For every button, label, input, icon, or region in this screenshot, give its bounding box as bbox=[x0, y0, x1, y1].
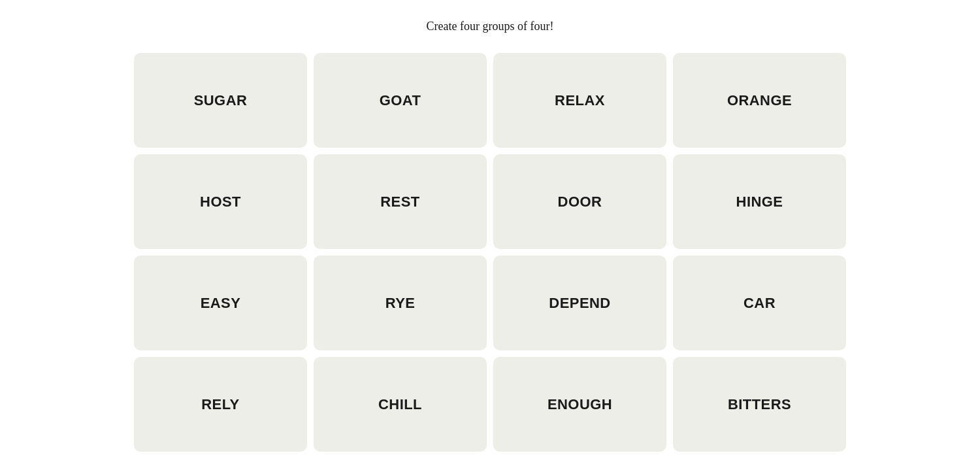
tile-label-enough: ENOUGH bbox=[547, 396, 612, 413]
tile-sugar[interactable]: SUGAR bbox=[134, 53, 307, 148]
tile-label-depend: DEPEND bbox=[549, 295, 610, 312]
tile-label-door: DOOR bbox=[558, 193, 602, 210]
tile-door[interactable]: DOOR bbox=[493, 154, 666, 249]
tile-orange[interactable]: ORANGE bbox=[673, 53, 846, 148]
tile-rely[interactable]: RELY bbox=[134, 357, 307, 452]
tile-label-rye: RYE bbox=[385, 295, 416, 312]
tile-label-car: CAR bbox=[743, 295, 776, 312]
tile-car[interactable]: CAR bbox=[673, 256, 846, 350]
tile-host[interactable]: HOST bbox=[134, 154, 307, 249]
tile-label-bitters: BITTERS bbox=[728, 396, 791, 413]
tile-depend[interactable]: DEPEND bbox=[493, 256, 666, 350]
tile-rye[interactable]: RYE bbox=[314, 256, 487, 350]
tile-label-sugar: SUGAR bbox=[194, 92, 248, 109]
tile-label-orange: ORANGE bbox=[727, 92, 792, 109]
tile-label-host: HOST bbox=[200, 193, 241, 210]
tile-chill[interactable]: CHILL bbox=[314, 357, 487, 452]
subtitle: Create four groups of four! bbox=[427, 20, 554, 33]
tile-label-goat: GOAT bbox=[380, 92, 421, 109]
tile-hinge[interactable]: HINGE bbox=[673, 154, 846, 249]
tile-goat[interactable]: GOAT bbox=[314, 53, 487, 148]
word-grid: SUGARGOATRELAXORANGEHOSTRESTDOORHINGEEAS… bbox=[134, 53, 846, 452]
tile-label-rely: RELY bbox=[201, 396, 239, 413]
tile-relax[interactable]: RELAX bbox=[493, 53, 666, 148]
tile-label-rest: REST bbox=[380, 193, 419, 210]
tile-label-easy: EASY bbox=[201, 295, 241, 312]
tile-rest[interactable]: REST bbox=[314, 154, 487, 249]
tile-enough[interactable]: ENOUGH bbox=[493, 357, 666, 452]
tile-label-chill: CHILL bbox=[378, 396, 422, 413]
tile-bitters[interactable]: BITTERS bbox=[673, 357, 846, 452]
tile-easy[interactable]: EASY bbox=[134, 256, 307, 350]
tile-label-relax: RELAX bbox=[555, 92, 605, 109]
tile-label-hinge: HINGE bbox=[736, 193, 783, 210]
